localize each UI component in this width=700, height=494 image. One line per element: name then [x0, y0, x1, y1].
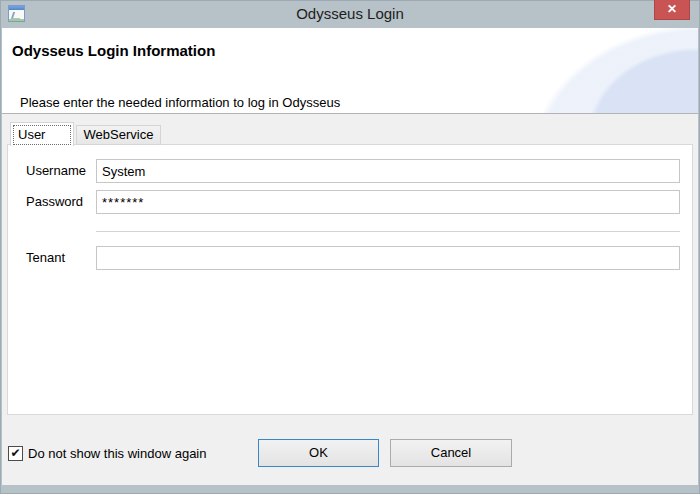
checkmark-icon: ✔: [10, 446, 20, 460]
window-title: Odysseus Login: [0, 0, 700, 28]
tab-user-label: User: [13, 125, 71, 145]
password-field[interactable]: [96, 190, 680, 214]
header-area: Odysseus Login Information Please enter …: [2, 28, 698, 114]
header-title: Odysseus Login Information: [12, 42, 215, 59]
username-label: Username: [26, 163, 86, 178]
tenant-field[interactable]: [96, 246, 680, 270]
tab-user[interactable]: User: [10, 122, 74, 146]
do-not-show-label[interactable]: Do not show this window again: [28, 446, 207, 461]
tab-webservice[interactable]: WebService: [76, 125, 161, 145]
cancel-button[interactable]: Cancel: [390, 439, 512, 467]
dialog-frame: Odysseus Login Information Please enter …: [2, 28, 698, 485]
odysseus-login-dialog: Odysseus Login ✕ Odysseus Login Informat…: [0, 0, 700, 494]
header-swoosh-decoration: [513, 28, 698, 113]
form-separator: [96, 231, 680, 232]
username-field[interactable]: [96, 159, 680, 183]
ok-button[interactable]: OK: [258, 439, 379, 467]
titlebar[interactable]: Odysseus Login ✕: [0, 0, 700, 28]
password-label: Password: [26, 194, 83, 209]
user-tab-panel: Username Password Tenant: [7, 144, 693, 415]
close-icon[interactable]: ✕: [654, 0, 690, 20]
do-not-show-checkbox[interactable]: ✔: [8, 446, 23, 461]
header-subtitle: Please enter the needed information to l…: [20, 95, 340, 110]
tenant-label: Tenant: [26, 250, 65, 265]
